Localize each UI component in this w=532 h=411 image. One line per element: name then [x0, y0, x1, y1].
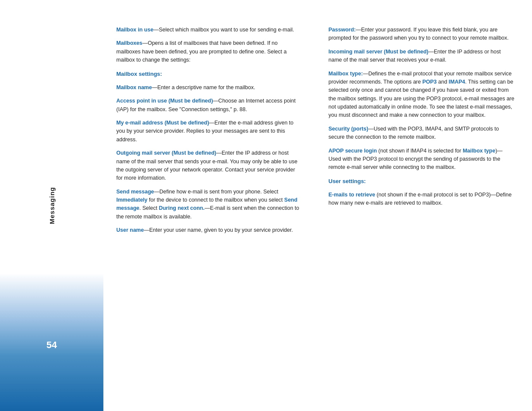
access-point-heading: Access point in use — [116, 98, 167, 104]
my-email-must-be-defined: (Must be defined) — [165, 120, 209, 126]
my-email-address-heading: My e-mail address — [116, 120, 163, 126]
mailboxes-heading: Mailboxes — [116, 40, 142, 46]
security-ports-heading: Security (ports) — [329, 126, 368, 132]
para-emails-to-retrieve: E-mails to retrieve (not shown if the e-… — [329, 191, 515, 208]
para-my-email-address: My e-mail address (Must be defined)—Ente… — [116, 119, 303, 144]
mailbox-in-use-heading: Mailbox in use — [116, 27, 153, 33]
mailbox-settings-heading: Mailbox settings: — [116, 71, 162, 77]
para-send-message: Send message—Define how e-mail is sent f… — [116, 188, 303, 221]
during-next-conn-link: During next conn. — [159, 205, 205, 211]
page-wrapper: Messaging 54 Mailbox in use—Select which… — [0, 0, 532, 411]
apop-heading: APOP secure login — [329, 148, 377, 154]
outgoing-must-be-defined: (Must be defined) — [172, 150, 216, 156]
para-access-point: Access point in use (Must be defined)—Ch… — [116, 97, 303, 114]
emails-to-retrieve-heading: E-mails to retrieve — [329, 192, 375, 198]
password-heading: Password: — [329, 27, 356, 33]
sidebar-tab-label: Messaging — [48, 187, 56, 224]
para-mailbox-type: Mailbox type:—Defines the e-mail protoco… — [329, 70, 515, 120]
para-incoming-mail-server: Incoming mail server (Must be defined)—E… — [329, 48, 515, 65]
main-content: Mailbox in use—Select which mailbox you … — [103, 0, 532, 411]
user-name-heading: User name — [116, 227, 144, 233]
left-column: Mailbox in use—Select which mailbox you … — [116, 26, 311, 394]
para-security-ports: Security (ports)—Used with the POP3, IMA… — [329, 125, 515, 142]
para-password: Password:—Enter your password. If you le… — [329, 26, 515, 43]
para-user-name: User name—Enter your user name, given to… — [116, 226, 303, 234]
immediately-link: Immediately — [116, 197, 147, 203]
para-mailbox-name: Mailbox name—Enter a descriptive name fo… — [116, 84, 303, 92]
user-settings-heading: User settings: — [329, 178, 366, 184]
outgoing-mail-server-heading: Outgoing mail server — [116, 150, 170, 156]
access-point-must-be-defined: (Must be defined) — [168, 98, 213, 104]
page-number: 54 — [47, 339, 57, 351]
mailbox-type-heading: Mailbox type: — [329, 71, 363, 77]
para-mailboxes: Mailboxes—Opens a list of mailboxes that… — [116, 39, 303, 64]
pop3-link: POP3 — [422, 79, 436, 85]
para-mailbox-in-use: Mailbox in use—Select which mailbox you … — [116, 26, 303, 34]
imap4-link: IMAP4 — [449, 79, 465, 85]
left-sidebar: Messaging 54 — [0, 0, 103, 411]
send-message-heading: Send message — [116, 189, 154, 195]
mailbox-type-inline-link: Mailbox type — [463, 148, 495, 154]
para-user-settings-heading: User settings: — [329, 177, 515, 186]
para-outgoing-mail-server: Outgoing mail server (Must be defined)—E… — [116, 149, 303, 183]
incoming-must-be-defined: (Must be defined) — [384, 49, 428, 55]
incoming-mail-server-heading: Incoming mail server — [329, 49, 383, 55]
mailbox-name-heading: Mailbox name — [116, 84, 152, 90]
para-apop-secure-login: APOP secure login (not shown if IMAP4 is… — [329, 147, 515, 172]
right-column: Password:—Enter your password. If you le… — [324, 26, 515, 394]
para-mailbox-settings-heading: Mailbox settings: — [116, 70, 303, 78]
